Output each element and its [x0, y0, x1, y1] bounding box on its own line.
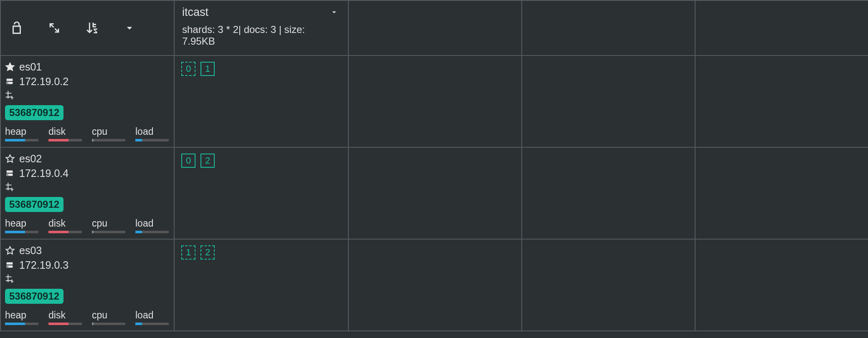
lock-open-icon[interactable] [8, 20, 25, 36]
metric-cpu: cpu [92, 218, 125, 233]
metric-disk: disk [48, 126, 82, 141]
node-row: es02 172.19.0.4 536870912 heap disk [0, 147, 868, 239]
index-header[interactable]: itcast shards: 3 * 2| docs: 3 | size: 7.… [175, 1, 348, 55]
empty-cell [695, 239, 868, 331]
shard-primary[interactable]: 0 [181, 154, 195, 168]
node-ip: 172.19.0.3 [19, 259, 69, 271]
empty-cell [522, 55, 695, 147]
node-tag: 536870912 [5, 197, 63, 212]
node-row: es03 172.19.0.3 536870912 heap disk [0, 239, 868, 331]
disk-icon [5, 260, 15, 270]
node-metrics: heap disk cpu load [5, 310, 170, 325]
shard-cell: 12 [175, 240, 348, 265]
expand-icon[interactable] [46, 20, 63, 36]
crop-icon [5, 90, 15, 100]
empty-cell [695, 147, 868, 239]
shard-primary[interactable]: 1 [201, 62, 215, 76]
node-cell[interactable]: es03 172.19.0.3 536870912 heap disk [1, 240, 174, 330]
empty-cell [348, 239, 522, 331]
node-row: es01 172.19.0.2 536870912 heap disk [0, 55, 868, 147]
empty-cell [348, 55, 522, 147]
star-filled-icon [5, 62, 15, 72]
node-tag: 536870912 [5, 105, 63, 120]
header-row: itcast shards: 3 * 2| docs: 3 | size: 7.… [0, 0, 868, 55]
node-tag: 536870912 [5, 289, 63, 304]
node-cell[interactable]: es02 172.19.0.4 536870912 heap disk [1, 148, 174, 239]
index-name: itcast [182, 6, 340, 19]
metric-load: load [135, 218, 169, 233]
empty-cell [522, 147, 695, 239]
metric-load: load [135, 126, 169, 141]
node-cell[interactable]: es01 172.19.0.2 536870912 heap disk [1, 56, 174, 147]
node-metrics: heap disk cpu load [5, 126, 170, 141]
metric-heap: heap [5, 218, 38, 233]
node-name: es02 [19, 153, 42, 165]
shard-replica[interactable]: 1 [181, 245, 195, 260]
empty-cell [348, 147, 522, 239]
node-ip: 172.19.0.2 [19, 76, 69, 88]
toolbar [1, 1, 174, 55]
cluster-overview-table: itcast shards: 3 * 2| docs: 3 | size: 7.… [0, 0, 868, 331]
node-name: es03 [19, 245, 42, 257]
metric-load: load [135, 310, 169, 325]
shard-primary[interactable]: 2 [201, 154, 215, 168]
metric-cpu: cpu [92, 126, 125, 141]
disk-icon [5, 169, 15, 179]
crop-icon [5, 182, 15, 192]
node-ip: 172.19.0.4 [19, 167, 69, 179]
disk-icon [5, 77, 15, 87]
shard-replica[interactable]: 0 [181, 62, 195, 76]
sort-az-icon[interactable] [84, 20, 100, 36]
index-stats: shards: 3 * 2| docs: 3 | size: 7.95KB [182, 24, 340, 47]
metric-cpu: cpu [92, 310, 125, 325]
empty-cell [522, 239, 695, 331]
shard-cell: 01 [175, 56, 348, 82]
node-name: es01 [19, 61, 42, 73]
star-outline-icon [5, 246, 15, 256]
empty-cell [695, 55, 868, 147]
metric-heap: heap [5, 310, 38, 325]
metric-disk: disk [48, 310, 82, 325]
shard-replica[interactable]: 2 [201, 245, 215, 260]
metric-disk: disk [48, 218, 82, 233]
metric-heap: heap [5, 126, 38, 141]
node-metrics: heap disk cpu load [5, 218, 170, 233]
index-menu-caret-icon[interactable] [330, 8, 339, 17]
caret-down-icon[interactable] [121, 20, 138, 36]
star-outline-icon [5, 154, 15, 164]
crop-icon [5, 274, 15, 284]
shard-cell: 02 [175, 148, 348, 174]
